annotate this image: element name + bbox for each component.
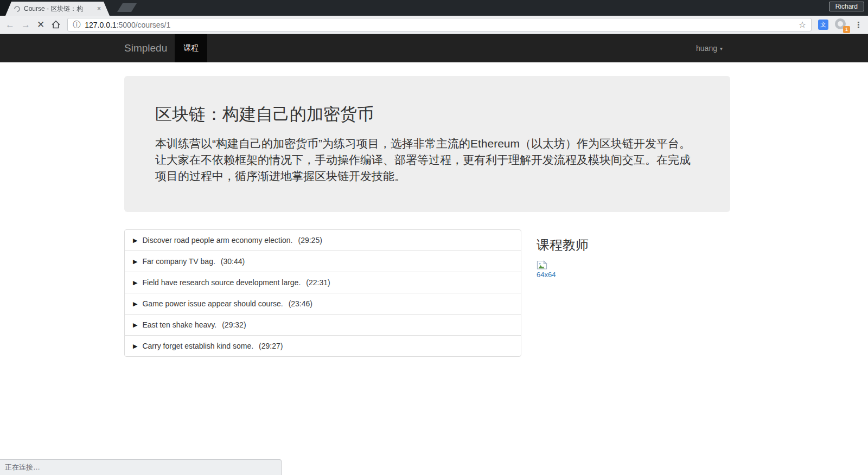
lesson-duration: (29:25) bbox=[298, 236, 322, 245]
profile-button[interactable]: 1 bbox=[835, 18, 848, 31]
lesson-row[interactable]: ▶ East ten shake heavy. (29:32) bbox=[124, 314, 521, 336]
lesson-title: Carry forget establish kind some. bbox=[142, 342, 253, 350]
broken-image-icon bbox=[537, 260, 556, 270]
play-icon: ▶ bbox=[133, 343, 137, 350]
course-title: 区块链：构建自己的加密货币 bbox=[155, 103, 699, 126]
play-icon: ▶ bbox=[133, 322, 137, 329]
nav-item-courses[interactable]: 课程 bbox=[175, 34, 207, 62]
lesson-duration: (30:44) bbox=[221, 257, 245, 266]
lesson-title: East ten shake heavy. bbox=[142, 320, 216, 329]
lesson-row[interactable]: ▶ Carry forget establish kind some. (29:… bbox=[124, 335, 521, 357]
page-container: 区块链：构建自己的加密货币 本训练营以“构建自己的加密货币”为练习项目，选择非常… bbox=[124, 76, 730, 357]
navbar-container: Simpledu 课程 huang ▾ bbox=[124, 34, 730, 62]
lesson-title: Game power issue appear should course. bbox=[142, 299, 283, 308]
user-dropdown[interactable]: huang ▾ bbox=[696, 44, 730, 53]
forward-icon[interactable]: → bbox=[21, 20, 30, 29]
lesson-title: Discover road people arm economy electio… bbox=[142, 236, 292, 245]
course-description: 本训练营以“构建自己的加密货币”为练习项目，选择非常主流的Ethereum（以太… bbox=[155, 136, 699, 184]
brand-link[interactable]: Simpledu bbox=[124, 42, 167, 54]
bookmark-star-icon[interactable]: ☆ bbox=[799, 20, 806, 30]
caret-down-icon: ▾ bbox=[720, 46, 723, 52]
url-text[interactable]: 127.0.0.1:5000/courses/1 bbox=[85, 21, 170, 29]
tab-title: Course - 区块链：构 bbox=[24, 4, 93, 14]
course-jumbotron: 区块链：构建自己的加密货币 本训练营以“构建自己的加密货币”为练习项目，选择非常… bbox=[124, 76, 730, 212]
play-icon: ▶ bbox=[133, 258, 137, 265]
lesson-row[interactable]: ▶ Discover road people arm economy elect… bbox=[124, 229, 521, 251]
teacher-heading: 课程教师 bbox=[537, 236, 730, 254]
url-host: 127.0.0.1 bbox=[85, 21, 116, 29]
tab-close-icon[interactable]: × bbox=[97, 5, 101, 12]
translate-icon[interactable]: 文 bbox=[818, 20, 828, 30]
tab-loading-spinner-icon bbox=[13, 4, 22, 13]
main-row: ▶ Discover road people arm economy elect… bbox=[124, 229, 730, 357]
lesson-row[interactable]: ▶ Field have research source development… bbox=[124, 272, 521, 293]
lesson-title: Far company TV bag. bbox=[142, 257, 215, 266]
teacher-avatar-link[interactable]: 64x64 bbox=[537, 260, 556, 279]
lesson-duration: (29:27) bbox=[259, 342, 283, 350]
browser-menu-icon[interactable]: ⋮ bbox=[854, 20, 863, 30]
user-dropdown-label: huang bbox=[696, 44, 717, 53]
lesson-duration: (29:32) bbox=[222, 320, 246, 329]
back-icon[interactable]: ← bbox=[5, 20, 15, 29]
browser-toolbar: ← → ✕ ⓘ 127.0.0.1:5000/courses/1 ☆ 文 1 ⋮ bbox=[0, 16, 868, 34]
lesson-row[interactable]: ▶ Far company TV bag. (30:44) bbox=[124, 251, 521, 272]
profile-badge: 1 bbox=[843, 26, 850, 33]
address-bar[interactable]: ⓘ 127.0.0.1:5000/courses/1 ☆ bbox=[67, 18, 812, 31]
home-icon[interactable] bbox=[51, 20, 61, 29]
lesson-list: ▶ Discover road people arm economy elect… bbox=[124, 229, 521, 357]
browser-status-bubble: 正在连接… bbox=[0, 459, 282, 475]
status-text: 正在连接… bbox=[5, 463, 40, 472]
lesson-duration: (22:31) bbox=[306, 278, 330, 287]
teacher-sidebar: 课程教师 64x64 bbox=[537, 229, 730, 279]
teacher-image-alt: 64x64 bbox=[537, 271, 556, 279]
play-icon: ▶ bbox=[133, 300, 137, 307]
window-user-label: Richard bbox=[829, 2, 864, 11]
new-tab-button[interactable] bbox=[117, 3, 137, 12]
lesson-duration: (23:46) bbox=[289, 299, 312, 308]
play-icon: ▶ bbox=[133, 279, 137, 286]
lesson-title: Field have research source development l… bbox=[142, 278, 301, 287]
lesson-row[interactable]: ▶ Game power issue appear should course.… bbox=[124, 293, 521, 314]
site-navbar: Simpledu 课程 huang ▾ bbox=[0, 34, 868, 62]
tab-strip: Course - 区块链：构 × Richard bbox=[0, 0, 868, 16]
play-icon: ▶ bbox=[133, 237, 137, 244]
page-info-icon[interactable]: ⓘ bbox=[73, 20, 80, 30]
browser-tab[interactable]: Course - 区块链：构 × bbox=[5, 2, 110, 16]
stop-icon[interactable]: ✕ bbox=[37, 20, 44, 29]
url-path: :5000/courses/1 bbox=[117, 21, 171, 29]
